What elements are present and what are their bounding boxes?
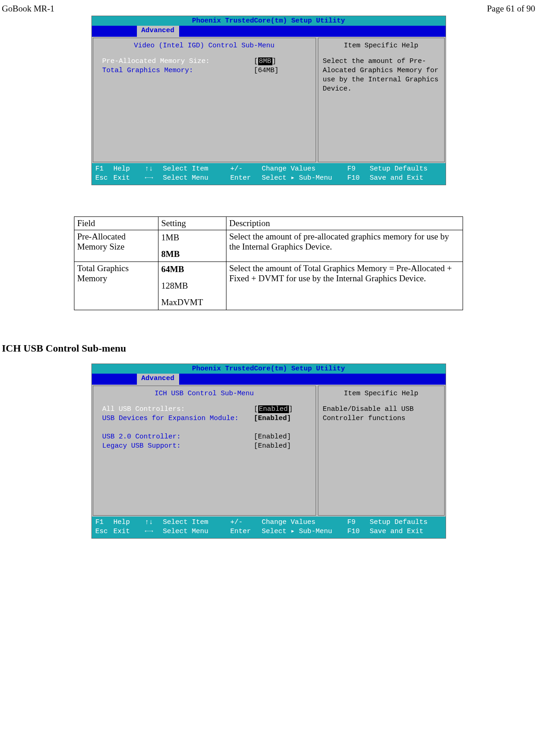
section-heading-ich-usb: ICH USB Control Sub-menu [2,342,537,354]
bios-row[interactable]: USB 2.0 Controller: [Enabled] [93,432,316,442]
cell-field: Total Graphics Memory [74,262,158,310]
row-label: Total Graphics Memory: [102,66,254,75]
row-value: [Enabled] [254,414,291,423]
row-value: [Enabled] [254,442,291,451]
tab-advanced[interactable]: Advanced [137,26,179,37]
help-panel-title: Item Specific Help [318,38,444,57]
cell-setting: 1MB 8MB [158,230,226,262]
cell-setting: 64MB 128MB MaxDVMT [158,262,226,310]
bios-footer: F1Help ↑↓Select Item +/-Change Values F9… [92,517,446,538]
cell-desc: Select the amount of Total Graphics Memo… [226,262,463,310]
table-header-row: Field Setting Description [74,217,463,230]
help-text: Select the amount of Pre-Alocated Graphi… [318,57,444,98]
bios-row[interactable]: Total Graphics Memory: [64MB] [93,66,316,75]
header-right: Page 61 of 90 [487,4,535,14]
bios-row[interactable]: USB Devices for Expansion Module: [Enabl… [93,414,316,423]
bios-tab-bar: Advanced [92,374,446,385]
row-label: USB Devices for Expansion Module: [102,414,254,423]
bios-row-gap [93,423,316,432]
row-label: Pre-Allocated Memory Size: [102,57,254,66]
help-text: Enable/Disable all USB Controller functi… [318,405,444,428]
bios-screenshot-video: Phoenix TrustedCore(tm) Setup Utility Ad… [91,16,446,185]
bios-row[interactable]: Legacy USB Support: [Enabled] [93,442,316,451]
row-label: All USB Controllers: [102,405,254,414]
help-panel-title: Item Specific Help [318,386,444,405]
table-row: Total Graphics Memory 64MB 128MB MaxDVMT… [74,262,463,310]
panel-title-left: ICH USB Control Sub-Menu [93,386,316,405]
row-value: [64MB] [254,66,279,75]
row-value: [Enabled] [254,432,291,442]
cell-desc: Select the amount of pre-allocated graph… [226,230,463,262]
bios-footer: F1Help ↑↓Select Item +/-Change Values F9… [92,163,446,185]
row-label: USB 2.0 Controller: [102,432,254,442]
col-field-head: Field [74,217,158,230]
settings-table: Field Setting Description Pre-Allocated … [74,216,463,310]
tab-advanced[interactable]: Advanced [137,374,179,385]
table-row: Pre-Allocated Memory Size 1MB 8MB Select… [74,230,463,262]
bios-title: Phoenix TrustedCore(tm) Setup Utility [92,16,446,26]
panel-title-left: Video (Intel IGD) Control Sub-Menu [93,38,316,57]
header-left: GoBook MR-1 [2,4,55,14]
bios-title: Phoenix TrustedCore(tm) Setup Utility [92,364,446,374]
row-label: Legacy USB Support: [102,442,254,451]
bios-row[interactable]: Pre-Allocated Memory Size: [8MB] [93,57,316,66]
page-header: GoBook MR-1 Page 61 of 90 [0,4,537,14]
bios-row[interactable]: All USB Controllers: [Enabled] [93,405,316,414]
bios-tab-bar: Advanced [92,26,446,37]
col-desc-head: Description [226,217,463,230]
row-value: [8MB] [254,57,277,66]
bios-screenshot-usb: Phoenix TrustedCore(tm) Setup Utility Ad… [91,364,446,539]
col-setting-head: Setting [158,217,226,230]
cell-field: Pre-Allocated Memory Size [74,230,158,262]
row-value: [Enabled] [254,405,293,414]
